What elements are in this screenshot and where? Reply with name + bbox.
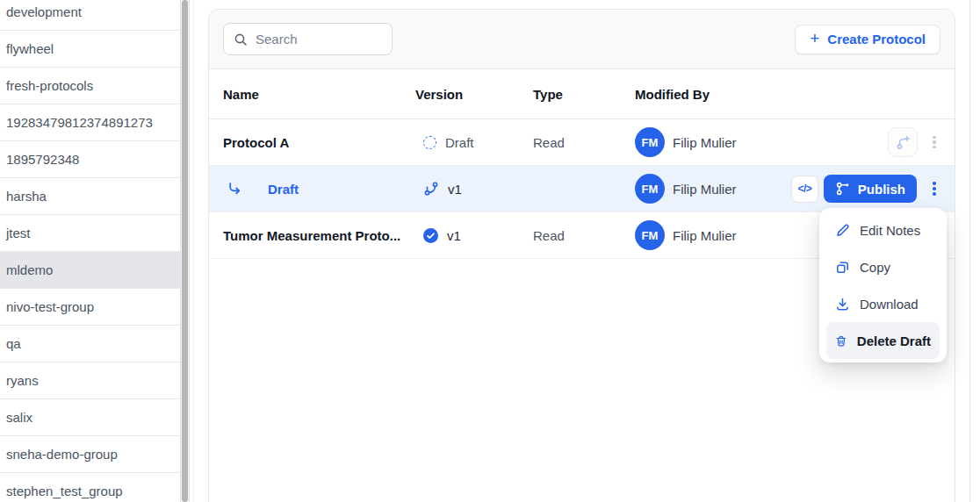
code-icon: </> [797, 183, 811, 195]
sidebar-item-stephen_test_group[interactable]: stephen_test_group [0, 473, 180, 502]
code-view-button[interactable]: </> [791, 176, 818, 203]
menu-item-label: Download [860, 297, 919, 312]
sidebar-item-1895792348[interactable]: 1895792348 [0, 141, 180, 178]
sidebar-scrollbar-thumb[interactable] [182, 0, 188, 502]
dashed-circle-icon [423, 136, 436, 149]
version-label: v1 [447, 228, 461, 243]
plus-icon: + [810, 30, 819, 47]
sidebar-item-19283479812374891273[interactable]: 19283479812374891273 [0, 104, 180, 141]
type-label: Read [533, 228, 635, 243]
menu-item-copy[interactable]: Copy [826, 248, 940, 285]
protocol-name: Protocol A [223, 135, 415, 150]
protocols-toolbar: + Create Protocol [209, 10, 955, 69]
menu-item-download[interactable]: Download [826, 285, 940, 322]
trash-icon [835, 333, 847, 348]
create-protocol-label: Create Protocol [827, 32, 926, 47]
version-label: Draft [445, 135, 474, 150]
avatar: FM [635, 127, 665, 157]
menu-item-label: Edit Notes [860, 223, 920, 238]
protocol-name: Tumor Measurement Proto... [223, 228, 415, 243]
copy-icon [835, 260, 850, 275]
create-draft-button[interactable] [888, 127, 918, 157]
draft-context-menu: Edit Notes Copy Download Delete Draft [819, 208, 947, 362]
check-circle-icon [423, 228, 438, 243]
sidebar-item-fresh-protocols[interactable]: fresh-protocols [0, 68, 180, 104]
sidebar-item-flywheel[interactable]: flywheel [0, 31, 180, 68]
sidebar-item-salix[interactable]: salix [0, 399, 180, 436]
column-header-name: Name [223, 87, 415, 102]
git-merge-icon [835, 181, 851, 197]
create-protocol-button[interactable]: + Create Protocol [795, 25, 940, 54]
menu-item-delete-draft[interactable]: Delete Draft [826, 322, 940, 359]
sidebar-item-harsha[interactable]: harsha [0, 178, 180, 215]
menu-item-label: Delete Draft [857, 333, 931, 348]
draft-link[interactable]: Draft [268, 182, 299, 197]
sidebar-item-ryans[interactable]: ryans [0, 362, 180, 399]
avatar: FM [635, 174, 665, 204]
sidebar-item-mldemo[interactable]: mldemo [0, 252, 180, 289]
table-header: Name Version Type Modified By [209, 69, 955, 119]
corner-down-right-icon [227, 182, 241, 196]
avatar: FM [635, 220, 665, 250]
modified-by-name: Filip Mulier [673, 228, 737, 243]
pencil-icon [835, 223, 850, 238]
table-row-draft[interactable]: Draft v1 FM Filip Mulier </> [209, 166, 955, 212]
group-list: development flywheel fresh-protocols 192… [0, 0, 180, 502]
sidebar-item-development[interactable]: development [0, 0, 180, 31]
search-input[interactable] [256, 32, 382, 47]
sidebar-item-nivo-test-group[interactable]: nivo-test-group [0, 289, 180, 326]
more-menu-icon-active[interactable] [928, 182, 940, 196]
panel-divider [193, 0, 194, 502]
sidebar-item-jtest[interactable]: jtest [0, 215, 180, 252]
git-branch-icon [423, 181, 439, 197]
sidebar-scrollbar[interactable] [180, 0, 190, 502]
table-row-protocol-a[interactable]: Protocol A Draft Read FM Filip Mulier [209, 119, 955, 166]
modified-by-name: Filip Mulier [673, 182, 737, 197]
publish-button[interactable]: Publish [824, 175, 917, 203]
sidebar-item-sneha-demo-group[interactable]: sneha-demo-group [0, 436, 180, 473]
menu-item-edit-notes[interactable]: Edit Notes [826, 212, 940, 248]
download-icon [835, 297, 850, 312]
column-header-type: Type [533, 87, 635, 102]
column-header-modified-by: Modified By [635, 87, 940, 102]
menu-item-label: Copy [860, 260, 890, 275]
modified-by-name: Filip Mulier [673, 135, 737, 150]
page-scrollbar[interactable] [969, 0, 980, 502]
git-branch-plus-icon [896, 135, 911, 150]
type-label: Read [533, 135, 635, 150]
publish-label: Publish [858, 182, 905, 197]
more-menu-icon[interactable] [928, 136, 940, 149]
group-sidebar: development flywheel fresh-protocols 192… [0, 0, 180, 502]
search-icon [234, 32, 248, 47]
column-header-version: Version [415, 87, 533, 102]
search-box[interactable] [223, 23, 393, 55]
sidebar-item-qa[interactable]: qa [0, 326, 180, 362]
version-label: v1 [448, 182, 462, 197]
